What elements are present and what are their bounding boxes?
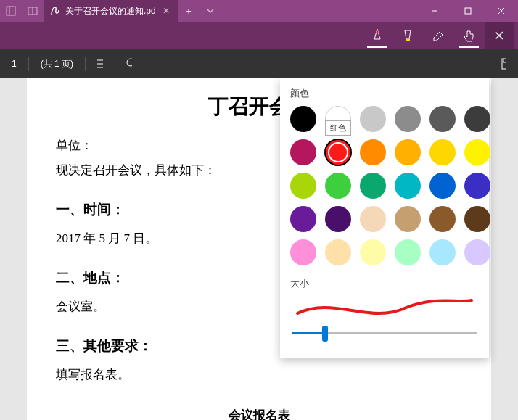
color-swatch[interactable] [429, 139, 456, 165]
color-swatch[interactable] [360, 206, 386, 232]
reading-view-icon[interactable] [22, 0, 44, 22]
svg-rect-5 [465, 8, 471, 14]
color-swatch[interactable] [325, 239, 351, 265]
color-swatch-grid: 红色 [290, 106, 479, 265]
page-count: (共 1 页) [29, 49, 85, 78]
color-swatch[interactable] [360, 139, 386, 165]
ink-toolbar [0, 22, 518, 49]
color-swatch[interactable] [464, 106, 490, 132]
tab-close-button[interactable]: ✕ [160, 6, 172, 16]
size-section-label: 大小 [290, 277, 479, 290]
sidebar-toggle-icon[interactable] [0, 0, 22, 22]
svg-point-14 [127, 59, 132, 66]
svg-rect-0 [7, 7, 15, 15]
color-swatch[interactable]: 红色 [325, 139, 351, 165]
highlighter-tool-button[interactable] [393, 22, 422, 49]
document-tab[interactable]: 关于召开会议的通知.pd ✕ [44, 0, 178, 22]
color-swatch[interactable] [464, 239, 490, 265]
color-swatch[interactable] [290, 106, 316, 132]
page-number[interactable]: 1 [0, 49, 28, 78]
color-swatch[interactable] [325, 206, 351, 232]
color-swatch[interactable] [395, 173, 421, 199]
document-viewport[interactable]: 丁召开会议 单位： 现决定召开会议，具体如下： 一、时间： 2017 年 5 月… [0, 78, 518, 420]
color-swatch[interactable] [429, 173, 456, 199]
color-section-label: 颜色 [290, 87, 479, 100]
color-swatch[interactable] [395, 139, 421, 165]
color-swatch[interactable] [429, 106, 456, 132]
search-button[interactable] [115, 49, 144, 78]
color-swatch[interactable] [290, 206, 316, 232]
touch-writing-button[interactable] [454, 22, 483, 49]
eraser-tool-button[interactable] [424, 22, 453, 49]
tab-title: 关于召开会议的通知.pd [65, 5, 156, 17]
outline-button[interactable] [86, 49, 115, 78]
size-slider[interactable] [292, 332, 477, 334]
other-text: 填写报名表。 [56, 363, 462, 387]
close-ink-toolbar-button[interactable] [485, 22, 514, 49]
close-window-button[interactable] [485, 0, 518, 22]
pdf-tab-icon [49, 5, 61, 17]
new-tab-button[interactable]: ＋ [178, 0, 200, 22]
color-swatch[interactable] [395, 239, 421, 265]
color-swatch[interactable] [429, 206, 456, 232]
document-subbar: 1 (共 1 页) [0, 49, 518, 78]
color-swatch[interactable] [360, 173, 386, 199]
color-swatch[interactable] [325, 173, 351, 199]
stroke-preview [290, 296, 479, 322]
color-swatch[interactable] [464, 139, 490, 165]
titlebar: 关于召开会议的通知.pd ✕ ＋ [0, 0, 518, 22]
color-swatch[interactable] [290, 173, 316, 199]
save-ink-button[interactable] [489, 57, 518, 70]
color-swatch[interactable] [360, 239, 386, 265]
color-swatch[interactable] [464, 206, 490, 232]
color-swatch[interactable] [429, 239, 456, 265]
minimize-button[interactable] [418, 0, 451, 22]
color-tooltip: 红色 [325, 120, 351, 136]
color-swatch[interactable] [395, 106, 421, 132]
pen-color-popup: 颜色 红色 大小 [280, 78, 489, 358]
color-swatch[interactable] [290, 239, 316, 265]
color-swatch[interactable] [290, 139, 316, 165]
color-swatch[interactable] [360, 106, 386, 132]
color-swatch[interactable] [395, 206, 421, 232]
svg-rect-16 [502, 59, 506, 69]
tab-list-dropdown[interactable] [200, 0, 221, 22]
table-title: 会议报名表 [56, 403, 462, 420]
slider-thumb[interactable] [322, 326, 328, 342]
pen-tool-button[interactable] [363, 22, 392, 49]
maximize-button[interactable] [451, 0, 485, 22]
color-swatch[interactable] [464, 173, 490, 199]
svg-rect-8 [406, 39, 410, 41]
